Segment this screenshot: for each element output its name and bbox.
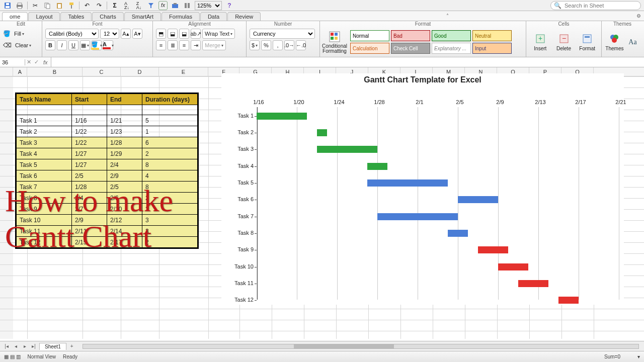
number-format-select[interactable]: Currency (250, 29, 315, 39)
tab-tables[interactable]: Tables (60, 12, 92, 21)
font-color-button[interactable]: A (103, 40, 113, 50)
col-header-C[interactable]: C (83, 67, 121, 76)
italic-button[interactable]: I (57, 40, 67, 50)
style-input[interactable]: Input (472, 43, 512, 54)
sheet-nav-last-icon[interactable]: ▸| (30, 343, 37, 349)
tab-formulas[interactable]: Formulas (162, 12, 200, 21)
table-row: Task 82/42/62 (17, 193, 198, 204)
redo-icon[interactable]: ↷ (95, 1, 104, 10)
copy-icon[interactable] (43, 1, 52, 10)
fill-button[interactable]: Fill (12, 29, 26, 39)
align-center-icon[interactable]: ≣ (168, 40, 178, 50)
bold-button[interactable]: B (45, 40, 55, 50)
paste-icon[interactable] (55, 1, 64, 10)
border-button[interactable]: ▦ (80, 40, 90, 50)
cell-styles-gallery[interactable]: NormalBadGoodNeutralCalculationCheck Cel… (350, 30, 516, 54)
show-formulas-icon[interactable]: fx (158, 1, 168, 10)
new-sheet-icon[interactable]: + (68, 343, 75, 349)
align-left-icon[interactable]: ≡ (156, 40, 166, 50)
horizontal-scrollbar[interactable] (83, 344, 639, 349)
collapse-ribbon-icon[interactable]: ˄ (446, 13, 449, 19)
clear-button[interactable]: Clear (13, 40, 33, 50)
tab-data[interactable]: Data (200, 12, 227, 21)
fx-label[interactable]: fx (40, 59, 51, 65)
ribbon-options-icon[interactable]: ⚙ (636, 13, 641, 19)
conditional-formatting-button[interactable]: Conditional Formatting (323, 30, 346, 54)
zoom-select[interactable]: 125% (195, 1, 222, 10)
svg-rect-21 (335, 37, 338, 40)
style-calculation[interactable]: Calculation (350, 43, 389, 54)
col-header-D[interactable]: D (121, 67, 159, 76)
style-neutral[interactable]: Neutral (472, 30, 512, 41)
print-icon[interactable] (15, 1, 24, 10)
sheet-nav-next-icon[interactable]: ▸ (21, 343, 28, 349)
style-check-cell[interactable]: Check Cell (391, 43, 430, 54)
tab-charts[interactable]: Charts (92, 12, 123, 21)
style-bad[interactable]: Bad (391, 30, 430, 41)
indent-icon[interactable]: ⇥ (191, 40, 201, 50)
sheet-tab[interactable]: Sheet1 (39, 343, 66, 350)
chart-x-tick: 2/1 (412, 99, 427, 105)
name-box[interactable]: 36 (0, 59, 25, 65)
underline-button[interactable]: U (68, 40, 78, 50)
style-normal[interactable]: Normal (350, 30, 389, 41)
formula-input[interactable] (51, 57, 644, 67)
search-input[interactable] (564, 2, 637, 9)
decrease-decimal-icon[interactable]: ←.0 (296, 40, 306, 50)
col-header-A[interactable]: A (13, 67, 27, 76)
cancel-formula-icon[interactable]: ✕ (27, 59, 31, 65)
tab-ome[interactable]: ome (2, 12, 28, 21)
sheet-nav-first-icon[interactable]: |◂ (3, 343, 10, 349)
view-buttons[interactable]: ▦ ▤ ▥ (4, 354, 21, 359)
percent-icon[interactable]: % (261, 40, 271, 50)
increase-decimal-icon[interactable]: .0→ (284, 40, 294, 50)
delete-cells-button[interactable]: −Delete (553, 30, 575, 54)
align-right-icon[interactable]: ≡ (179, 40, 189, 50)
shrink-font-icon[interactable]: A▾ (132, 29, 142, 39)
enter-formula-icon[interactable]: ✓ (34, 59, 39, 65)
orientation-icon[interactable]: ab↗ (191, 29, 201, 39)
format-painter-icon[interactable] (67, 1, 76, 10)
show-hide-icon[interactable] (183, 1, 192, 10)
search-field[interactable]: 🔍 (550, 1, 641, 10)
select-all-corner[interactable] (0, 67, 13, 76)
col-header-E[interactable]: E (159, 67, 208, 76)
comma-icon[interactable]: , (273, 40, 283, 50)
tab-review[interactable]: Review (227, 12, 261, 21)
filter-icon[interactable] (146, 1, 155, 10)
sheet-nav-prev-icon[interactable]: ◂ (12, 343, 19, 349)
fill-color-button[interactable]: 🪣 (92, 40, 102, 50)
grow-font-icon[interactable]: A▴ (121, 29, 131, 39)
undo-icon[interactable]: ↶ (83, 1, 92, 10)
style-explanatory-[interactable]: Explanatory ... (432, 43, 471, 54)
help-icon[interactable]: ? (225, 1, 234, 10)
align-bottom-icon[interactable]: ⬓ (179, 29, 189, 39)
toolbox-icon[interactable] (171, 1, 180, 10)
cut-icon[interactable]: ✂ (31, 1, 40, 10)
sort-asc-icon[interactable]: AZ↓ (122, 1, 131, 10)
align-middle-icon[interactable]: ⬓ (168, 29, 178, 39)
chart-y-label: Task 5 (233, 179, 254, 186)
tab-smartart[interactable]: SmartArt (124, 12, 161, 21)
format-cells-button[interactable]: Format (576, 30, 598, 54)
style-good[interactable]: Good (432, 30, 471, 41)
font-name-select[interactable]: Calibri (Body) (45, 29, 99, 39)
align-top-icon[interactable]: ⬒ (156, 29, 166, 39)
worksheet[interactable]: ABCDEFGHIJKLMNOPQ Task NameStartEndDurat… (0, 67, 644, 339)
currency-icon[interactable]: $ (250, 40, 260, 50)
theme-fonts-button[interactable]: Aa (625, 30, 640, 54)
status-dropdown-icon[interactable]: ▾ (637, 354, 640, 359)
save-icon[interactable] (3, 1, 12, 10)
wrap-text-button[interactable]: Wrap Text (202, 29, 235, 39)
autosum-icon[interactable]: Σ (110, 1, 119, 10)
quick-access-toolbar: ✂ ↶ ↷ Σ AZ↓ ZA↓ fx 125% ? 🔍 (0, 0, 644, 11)
font-size-select[interactable]: 12 (100, 29, 119, 39)
tab-layout[interactable]: Layout (28, 12, 60, 21)
table-row: Task 31/221/286 (17, 137, 198, 148)
themes-button[interactable]: Themes (605, 30, 624, 54)
col-header-B[interactable]: B (27, 67, 83, 76)
sort-desc-icon[interactable]: ZA↓ (134, 1, 143, 10)
merge-button[interactable]: Merge (202, 40, 226, 50)
row-headers[interactable] (0, 76, 13, 339)
insert-cells-button[interactable]: +Insert (529, 30, 551, 54)
